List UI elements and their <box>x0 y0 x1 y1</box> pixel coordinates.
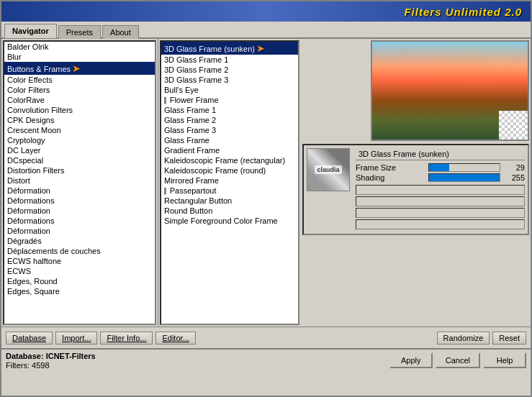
filter-info-box: claudia 3D Glass Frame (sunken) Frame Si… <box>302 144 529 235</box>
filter-item[interactable]: Round Button <box>161 206 298 216</box>
filter-param-1: Shading 255 <box>356 173 525 182</box>
cancel-button[interactable]: Cancel <box>436 352 480 368</box>
filter-item[interactable]: Flower Frame <box>161 95 298 105</box>
filter-item[interactable]: Passepartout <box>161 186 298 196</box>
param-bar-0[interactable] <box>428 163 500 172</box>
filter-thumb-inner: claudia <box>307 149 349 191</box>
filter-list[interactable]: 3D Glass Frame (sunken) ➤3D Glass Frame … <box>160 40 299 325</box>
tab-about[interactable]: About <box>102 25 139 39</box>
filter-info-button[interactable]: Filter Info... <box>100 332 153 344</box>
status-filters-value: 4598 <box>32 361 49 370</box>
param-value-1: 255 <box>503 173 525 182</box>
filter-param-0: Frame Size 29 <box>356 163 525 172</box>
tab-bar: Navigator Presets About <box>1 22 531 39</box>
param-bar-fill-1 <box>429 174 500 181</box>
nav-list[interactable]: Balder OlrikBlurButtons & Frames ➤Color … <box>3 40 156 325</box>
bottom-toolbar: Database Import... Filter Info... Editor… <box>1 327 531 348</box>
filter-item[interactable]: Glass Frame 3 <box>161 125 298 135</box>
empty-param-row-1 <box>356 185 525 195</box>
right-panel: claudia 3D Glass Frame (sunken) Frame Si… <box>301 39 531 327</box>
filter-item[interactable]: Bull's Eye <box>161 85 298 95</box>
nav-item[interactable]: ColorRave <box>4 95 155 105</box>
filter-item[interactable]: Glass Frame 2 <box>161 115 298 125</box>
param-label-1: Shading <box>356 173 425 182</box>
status-database-line: Database: ICNET-Filters <box>6 352 387 360</box>
empty-param-row-3 <box>356 208 525 218</box>
nav-item[interactable]: Déformations <box>4 216 155 226</box>
nav-item[interactable]: CPK Designs <box>4 115 155 125</box>
nav-item[interactable]: Crescent Moon <box>4 125 155 135</box>
middle-panel: 3D Glass Frame (sunken) ➤3D Glass Frame … <box>158 39 301 327</box>
status-filters-line: Filters: 4598 <box>6 361 387 370</box>
nav-item[interactable]: Déformations <box>4 196 155 206</box>
filter-thumb-label: claudia <box>315 165 341 174</box>
filter-item[interactable]: 3D Glass Frame 3 <box>161 75 298 85</box>
import-button[interactable]: Import... <box>55 332 97 344</box>
nav-item[interactable]: Déplacements de couches <box>4 246 155 256</box>
editor-button[interactable]: Editor... <box>155 332 195 344</box>
apply-button[interactable]: Apply <box>389 352 433 368</box>
status-database-value: ICNET-Filters <box>46 352 96 360</box>
left-panel: Balder OlrikBlurButtons & Frames ➤Color … <box>1 39 158 327</box>
filter-item[interactable]: Kaleidoscopic Frame (rectangular) <box>161 155 298 165</box>
nav-item[interactable]: DC Layer <box>4 145 155 155</box>
preview-checkered <box>499 111 528 140</box>
param-bar-fill-0 <box>429 164 449 171</box>
param-value-0: 29 <box>503 163 525 172</box>
tab-presets[interactable]: Presets <box>58 25 101 39</box>
nav-item[interactable]: Cryptology <box>4 135 155 145</box>
nav-item[interactable]: Color Filters <box>4 85 155 95</box>
filter-item[interactable]: Glass Frame 1 <box>161 105 298 115</box>
app-title: Filters Unlimited 2.0 <box>404 6 522 18</box>
tab-navigator[interactable]: Navigator <box>4 24 57 38</box>
nav-item[interactable]: DCspecial <box>4 155 155 165</box>
status-database-label: Database: <box>6 352 44 360</box>
nav-item[interactable]: Blur <box>4 52 155 62</box>
filter-item[interactable]: Rectangular Button <box>161 196 298 206</box>
status-text: Database: ICNET-Filters Filters: 4598 <box>6 352 387 370</box>
empty-param-row-4 <box>356 219 525 229</box>
nav-item[interactable]: Déformation <box>4 206 155 216</box>
nav-item[interactable]: Déformation <box>4 226 155 236</box>
param-bar-1[interactable] <box>428 173 500 182</box>
database-button[interactable]: Database <box>6 332 53 344</box>
empty-param-rows <box>356 185 525 229</box>
nav-item[interactable]: Convolution Filters <box>4 105 155 115</box>
nav-item[interactable]: Déformation <box>4 186 155 196</box>
filter-item[interactable]: Kaleidoscopic Frame (round) <box>161 165 298 175</box>
nav-item[interactable]: ECWS <box>4 266 155 276</box>
filter-item[interactable]: Simple Foreground Color Frame <box>161 216 298 226</box>
filter-item[interactable]: 3D Glass Frame 2 <box>161 65 298 75</box>
title-bar: Filters Unlimited 2.0 <box>1 1 531 22</box>
filter-thumbnail: claudia <box>307 148 350 191</box>
status-filters-label: Filters: <box>6 361 30 370</box>
nav-item[interactable]: Dégradés <box>4 236 155 246</box>
nav-item[interactable]: Distortion Filters <box>4 165 155 175</box>
nav-item[interactable]: Edges, Square <box>4 286 155 296</box>
empty-param-row-2 <box>356 196 525 206</box>
help-button[interactable]: Help <box>483 352 526 368</box>
nav-item[interactable]: Edges, Round <box>4 276 155 286</box>
filter-item[interactable]: 3D Glass Frame 1 <box>161 55 298 65</box>
main-content: Balder OlrikBlurButtons & Frames ➤Color … <box>1 39 531 327</box>
filter-item[interactable]: Glass Frame <box>161 135 298 145</box>
filter-item[interactable]: Gradient Frame <box>161 145 298 155</box>
reset-button[interactable]: Reset <box>492 332 526 344</box>
param-label-0: Frame Size <box>356 163 425 172</box>
filter-name-box: 3D Glass Frame (sunken) Frame Size 29 Sh… <box>356 148 525 231</box>
filter-item[interactable]: Mirrored Frame <box>161 175 298 186</box>
filter-item[interactable]: 3D Glass Frame (sunken) ➤ <box>161 42 298 55</box>
status-bar: Database: ICNET-Filters Filters: 4598 Ap… <box>1 348 531 371</box>
nav-item[interactable]: Balder Olrik <box>4 42 155 52</box>
nav-item[interactable]: Color Effects <box>4 75 155 85</box>
nav-item[interactable]: Distort <box>4 175 155 186</box>
filter-detail-name: 3D Glass Frame (sunken) <box>356 148 525 160</box>
nav-item[interactable]: Buttons & Frames ➤ <box>4 62 155 75</box>
nav-item[interactable]: ECWS halftone <box>4 256 155 266</box>
preview-image <box>371 40 529 141</box>
randomize-button[interactable]: Randomize <box>437 332 490 344</box>
